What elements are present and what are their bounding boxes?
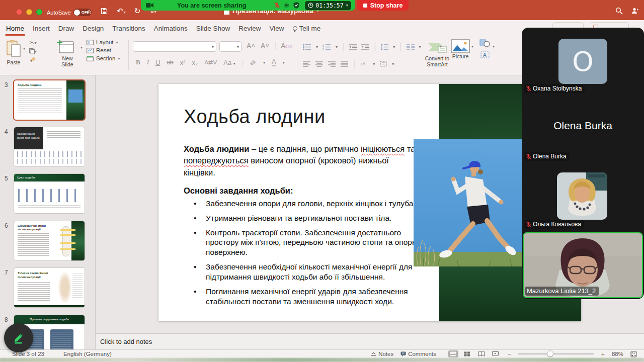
superscript-button[interactable]: x² [180, 59, 186, 66]
character-spacing-button[interactable]: A⇄V [204, 59, 217, 66]
new-slide-dropdown-icon[interactable]: ▾ [80, 45, 83, 67]
align-text-dropdown-icon[interactable]: ▾ [392, 62, 394, 66]
grow-font-button[interactable]: A˄ [247, 42, 256, 50]
slide[interactable]: Ходьба людини Ходьба людини – це є падін… [158, 84, 581, 321]
align-text-button[interactable] [380, 61, 387, 67]
screen-share-banner: You are screen sharing 01:35:57 ▾ Stop s… [141, 0, 409, 11]
bullets-dropdown-icon[interactable]: ▾ [316, 45, 318, 49]
text-box-button[interactable]: A [480, 51, 490, 58]
participant-tile-olena[interactable]: Olena Burka Olena Burka [522, 96, 644, 163]
shapes-button[interactable] [479, 39, 491, 47]
zoom-out-button[interactable]: − [508, 350, 512, 358]
numbering-button[interactable]: 123 [323, 44, 331, 50]
slideshow-view-button[interactable] [491, 350, 501, 357]
line-spacing-dropdown-icon[interactable]: ▾ [393, 45, 395, 49]
tab-transitions[interactable]: Transitions [112, 25, 145, 32]
tab-insert[interactable]: Insert [33, 25, 50, 32]
font-color-button[interactable]: A [272, 58, 276, 66]
clear-formatting-button[interactable]: A⌫ [281, 42, 292, 50]
section-button[interactable]: Section▾ [87, 55, 120, 61]
bold-button[interactable]: B [136, 58, 140, 66]
fullscreen-button[interactable] [36, 9, 42, 15]
annotation-pencil-button[interactable] [4, 323, 33, 352]
thumbnail-slide-7[interactable]: Тілесна схема Зміни після ампутації [14, 268, 85, 307]
tab-slide-show[interactable]: Slide Show [196, 25, 230, 32]
text-direction-dropdown-icon[interactable]: ▾ [373, 62, 375, 66]
decrease-indent-button[interactable] [349, 44, 357, 50]
shapes-dropdown-icon[interactable]: ▾ [493, 44, 495, 49]
cut-button[interactable]: ✂▾ [29, 39, 37, 46]
slide-tasks-heading[interactable]: Основні завдання ходьби: [184, 186, 293, 196]
paste-button[interactable]: Paste [5, 39, 22, 65]
line-spacing-button[interactable] [380, 44, 388, 50]
notes-toggle-button[interactable]: Notes [371, 351, 393, 357]
slide-sorter-view-button[interactable] [462, 350, 472, 357]
thumbnail-slide-3[interactable]: Ходьба людини [14, 80, 85, 120]
thumbnail-slide-4[interactable]: Координація рухів при ходьбі [14, 127, 85, 166]
reading-view-button[interactable] [476, 350, 487, 357]
subscript-button[interactable]: x₂ [192, 59, 198, 66]
participant-tile-oxana[interactable]: O Oxana Stolbynska [522, 28, 644, 96]
tab-review[interactable]: Review [238, 25, 261, 32]
notes-pane[interactable]: Click to add notes [96, 333, 644, 349]
font-size-combo[interactable]: ▾ [219, 41, 242, 52]
home-icon[interactable]: ⌂ [85, 7, 94, 16]
thumbnail-slide-5[interactable]: Цикл ходьби [14, 174, 85, 213]
tab-design[interactable]: Design [83, 25, 104, 32]
zoom-in-button[interactable]: + [601, 350, 605, 358]
shrink-font-button[interactable]: A˅ [261, 42, 270, 50]
layout-button[interactable]: Layout▾ [87, 39, 120, 45]
zoom-slider[interactable] [518, 353, 594, 354]
meeting-timer[interactable]: 01:35:57 ▾ [305, 1, 351, 10]
increase-indent-button[interactable] [361, 44, 369, 50]
reset-button[interactable]: Reset [87, 47, 120, 53]
participant-tile-olha[interactable]: Ольга Ковальова [522, 163, 644, 231]
thumbnail-slide-6[interactable]: Біомеханічні зміни після ампутації [14, 221, 85, 260]
slide-photo-walking-woman[interactable] [414, 139, 523, 266]
format-painter-button[interactable] [29, 56, 37, 62]
comments-toggle-button[interactable]: Comments [400, 351, 436, 357]
tab-animations[interactable]: Animations [154, 25, 188, 32]
italic-button[interactable]: I [147, 58, 149, 66]
fit-slide-button[interactable] [630, 351, 637, 357]
new-slide-button[interactable]: New Slide [56, 39, 80, 67]
normal-view-button[interactable] [448, 350, 458, 357]
slide-definition[interactable]: Ходьба людини – це є падіння, що ритмічн… [184, 143, 418, 178]
align-right-button[interactable] [328, 61, 336, 67]
tab-home[interactable]: Home [6, 25, 24, 32]
tab-draw[interactable]: Draw [58, 25, 74, 32]
columns-button[interactable] [407, 44, 415, 50]
save-icon[interactable] [101, 8, 110, 15]
tab-tell-me[interactable]: Tell me [293, 25, 321, 32]
slide-bullets[interactable]: Забезпечення опори для голови, верхніх к… [194, 199, 433, 311]
minimize-button[interactable] [26, 9, 32, 15]
smartart-dropdown-icon[interactable]: ▾ [440, 44, 442, 49]
change-case-button[interactable]: Aa ▾ [223, 59, 235, 66]
font-name-combo[interactable]: ▾ [133, 41, 216, 52]
picture-button[interactable]: Picture [451, 39, 470, 59]
close-button[interactable] [16, 9, 22, 15]
numbering-dropdown-icon[interactable]: ▾ [336, 45, 338, 49]
bullets-button[interactable] [303, 44, 311, 50]
tab-view[interactable]: View [269, 25, 284, 32]
text-direction-button[interactable]: ↓A [360, 61, 368, 67]
align-center-button[interactable] [315, 61, 323, 67]
stop-share-button[interactable]: Stop share [357, 0, 409, 11]
picture-dropdown-icon[interactable]: ▾ [471, 44, 473, 49]
search-icon[interactable] [615, 7, 623, 15]
slide-title[interactable]: Ходьба людини [184, 106, 326, 128]
underline-button[interactable]: U [155, 59, 160, 66]
justify-button[interactable] [341, 61, 348, 67]
copy-button[interactable]: ▾ [29, 48, 37, 54]
align-left-button[interactable] [303, 61, 310, 67]
notes-placeholder[interactable]: Click to add notes [100, 338, 152, 345]
undo-button[interactable]: ↶▾ [117, 7, 126, 16]
zoom-percentage[interactable]: 88% [612, 351, 623, 357]
strikethrough-button[interactable]: ab [167, 59, 173, 66]
language-indicator[interactable]: English (Germany) [63, 351, 112, 357]
participant-tile-mazurkova[interactable]: Mazurkova Liolia 213_2 [522, 231, 644, 299]
paste-dropdown-icon[interactable]: ▾ [23, 46, 25, 65]
share-user-icon[interactable] [631, 7, 639, 15]
zoom-slider-knob[interactable] [547, 350, 553, 357]
highlight-button[interactable] [250, 59, 257, 65]
